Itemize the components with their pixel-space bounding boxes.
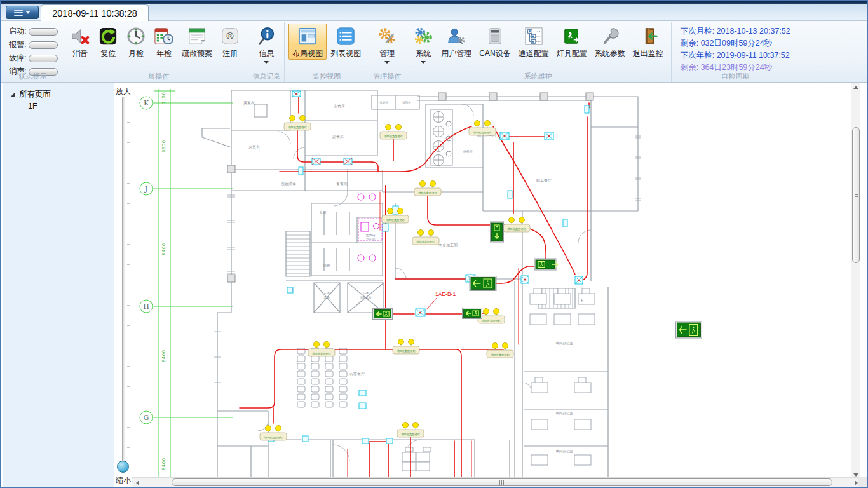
- app-menu-button[interactable]: [6, 6, 39, 19]
- exit-sign[interactable]: [470, 276, 496, 291]
- vertical-scroll-thumb[interactable]: [852, 127, 860, 263]
- chevron-down-icon: [421, 61, 426, 64]
- info-button[interactable]: 信息: [252, 24, 280, 64]
- exit-sign[interactable]: [463, 308, 482, 319]
- tree-expander-icon[interactable]: [10, 92, 15, 97]
- emergency-lamp[interactable]: 消防应急照明灯: [487, 343, 513, 358]
- emergency-lamp[interactable]: 消防应急照明灯: [308, 342, 335, 357]
- lamp-config-button[interactable]: 灯具配置: [553, 24, 591, 60]
- wall-device[interactable]: [344, 158, 352, 165]
- svg-text:J: J: [144, 185, 147, 193]
- room-label: 办事大厅: [349, 372, 365, 376]
- hall-chairs: [297, 348, 347, 407]
- exit-sign[interactable]: [491, 222, 504, 242]
- wall-device[interactable]: [416, 309, 425, 316]
- window-ticks: [214, 136, 641, 383]
- wall-device[interactable]: [383, 224, 388, 231]
- zoom-slider-thumb[interactable]: [117, 461, 129, 473]
- wall-device[interactable]: [299, 167, 303, 175]
- wall-device[interactable]: [563, 219, 567, 227]
- svg-text:®: ®: [226, 30, 235, 42]
- monthly-remaining: 剩余: 032日09时59分24秒: [681, 38, 790, 49]
- wall-device[interactable]: [359, 403, 366, 409]
- annual-check-button[interactable]: 年检: [150, 24, 178, 60]
- wall-device[interactable]: [585, 105, 589, 113]
- zoom-slider-panel: 放大 缩小: [114, 83, 132, 487]
- room-label: 主食库: [334, 104, 345, 108]
- scroll-up-icon[interactable]: [853, 86, 858, 89]
- tree-root-label: 所有页面: [19, 89, 51, 100]
- vertical-scrollbar[interactable]: [851, 83, 860, 480]
- mute-button[interactable]: 消音: [66, 24, 94, 60]
- registered-icon: ®: [220, 26, 240, 46]
- wall-device[interactable]: [312, 158, 320, 165]
- monthly-check-button[interactable]: 月检: [122, 24, 150, 60]
- emergency-lamp[interactable]: 消防应急照明灯: [393, 339, 419, 355]
- system-button[interactable]: 系统: [409, 24, 437, 64]
- tree-node-1f[interactable]: 1F: [3, 100, 114, 111]
- register-button[interactable]: ® 注册: [216, 24, 244, 60]
- wall-device[interactable]: [508, 191, 512, 198]
- horizontal-scrollbar[interactable]: [132, 477, 860, 487]
- emergency-lamp[interactable]: 消防应急照明灯: [380, 125, 407, 140]
- emergency-lamp[interactable]: 消防应急照明灯: [397, 423, 424, 438]
- emergency-lamp[interactable]: 消防应急照明灯: [503, 217, 530, 233]
- floorplan-canvas[interactable]: KJHG11506900840084008400: [132, 83, 860, 480]
- system-params-button[interactable]: 系统参数: [591, 24, 629, 60]
- kitchen-equipment: [254, 104, 452, 166]
- list-view-icon: [336, 26, 356, 46]
- chevron-down-icon: [25, 11, 31, 14]
- room-label: 蒸煮间: [463, 149, 473, 154]
- manage-button[interactable]: 管理: [373, 24, 401, 64]
- svg-text:H: H: [143, 302, 149, 311]
- evacuation-plan-icon: [187, 26, 207, 46]
- tree-node-all-pages[interactable]: 所有页面: [3, 83, 114, 100]
- emergency-lamp[interactable]: 消防应急照明灯: [260, 426, 287, 441]
- group-selfcheck: 下次月检: 2018-10-13 20:37:52 剩余: 032日09时59分…: [672, 22, 799, 82]
- layout-view-button[interactable]: 布局视图: [288, 24, 327, 60]
- reset-button[interactable]: 复位: [94, 24, 122, 60]
- wall-device[interactable]: [386, 438, 393, 444]
- document-tab[interactable]: 2018-09-11 10:38:28: [41, 4, 149, 21]
- wall-device[interactable]: [575, 276, 583, 284]
- wall-device[interactable]: [521, 276, 529, 283]
- exit-door-icon: [638, 26, 658, 46]
- exit-sign[interactable]: [534, 259, 558, 270]
- columns: [227, 93, 593, 282]
- exit-sign[interactable]: [373, 309, 393, 320]
- zoom-out-label: 缩小: [114, 475, 132, 486]
- exit-sign[interactable]: [676, 322, 702, 338]
- user-management-button[interactable]: 用户管理: [437, 24, 475, 60]
- scroll-down-icon[interactable]: [853, 473, 858, 477]
- channel-config-button[interactable]: 通道配置: [515, 24, 553, 60]
- room-label: 洗碗消毒: [281, 181, 296, 186]
- wall-device[interactable]: [359, 390, 366, 396]
- zoom-slider-track[interactable]: [122, 97, 125, 471]
- wall-device[interactable]: [545, 132, 553, 140]
- emergency-lamp[interactable]: 消防应急照明灯: [412, 230, 439, 245]
- emergency-lamp[interactable]: 消防应急照明灯: [414, 181, 441, 196]
- scroll-left-icon[interactable]: [136, 480, 139, 485]
- tree-config-icon: [524, 26, 544, 46]
- group-views: 布局视图 列表视图 监控视图: [285, 22, 369, 82]
- evacuation-plan-button[interactable]: 疏散预案: [178, 24, 216, 60]
- exit-monitor-button[interactable]: 退出监控: [629, 24, 667, 60]
- group-label-status: 状态提示: [4, 72, 62, 81]
- wall-device[interactable]: [292, 91, 301, 97]
- svg-text:上: 上: [580, 298, 584, 302]
- wall-device[interactable]: [362, 438, 369, 444]
- wall-device[interactable]: [302, 436, 308, 442]
- emergency-lamp[interactable]: 消防应急照明灯: [469, 121, 496, 136]
- emergency-lamp[interactable]: 消防应急照明灯: [284, 116, 311, 131]
- svg-text:8400: 8400: [161, 243, 166, 255]
- list-view-button[interactable]: 列表视图: [327, 24, 365, 60]
- tab-title: 2018-09-11 10:38:28: [52, 8, 137, 18]
- can-device-button[interactable]: CAN设备: [475, 24, 514, 60]
- group-label-general: 一般操作: [62, 72, 248, 81]
- svg-text:上: 上: [290, 288, 295, 292]
- wall-device[interactable]: [500, 132, 509, 140]
- status-label-fault: 故障:: [9, 53, 26, 64]
- room-label: 主食加工间: [438, 243, 458, 248]
- horizontal-scroll-thumb[interactable]: [172, 478, 832, 486]
- room-label: 排风井: [402, 101, 411, 104]
